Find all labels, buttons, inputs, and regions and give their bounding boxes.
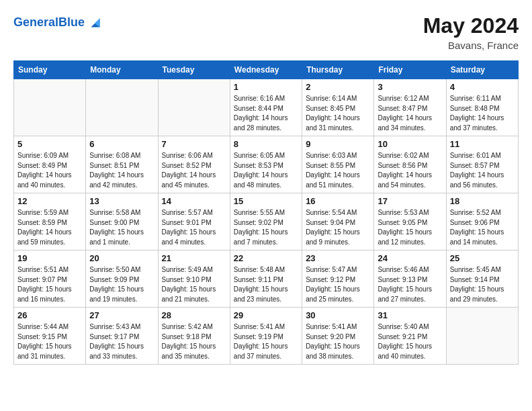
day-number: 21 bbox=[162, 253, 226, 263]
logo-text: GeneralBlue bbox=[13, 16, 85, 30]
day-info: Sunrise: 6:14 AMSunset: 8:45 PMDaylight:… bbox=[306, 94, 370, 133]
calendar-table: SundayMondayTuesdayWednesdayThursdayFrid… bbox=[13, 60, 519, 365]
day-number: 3 bbox=[378, 82, 442, 92]
calendar-header-row: SundayMondayTuesdayWednesdayThursdayFrid… bbox=[14, 61, 519, 79]
day-info: Sunrise: 6:11 AMSunset: 8:48 PMDaylight:… bbox=[450, 94, 515, 133]
calendar-cell: 5Sunrise: 6:09 AMSunset: 8:49 PMDaylight… bbox=[14, 136, 86, 193]
day-number: 6 bbox=[89, 139, 154, 149]
day-number: 22 bbox=[234, 253, 298, 263]
calendar-cell: 30Sunrise: 5:41 AMSunset: 9:20 PMDayligh… bbox=[302, 308, 374, 365]
calendar-cell: 20Sunrise: 5:50 AMSunset: 9:09 PMDayligh… bbox=[86, 250, 158, 308]
title-block: May 2024 Bavans, France bbox=[423, 13, 519, 51]
day-info: Sunrise: 5:53 AMSunset: 9:05 PMDaylight:… bbox=[378, 208, 442, 247]
day-number: 7 bbox=[162, 139, 226, 149]
calendar-cell: 18Sunrise: 5:52 AMSunset: 9:06 PMDayligh… bbox=[446, 193, 518, 250]
day-number: 29 bbox=[234, 310, 298, 320]
calendar-week-row: 1Sunrise: 6:16 AMSunset: 8:44 PMDaylight… bbox=[14, 79, 519, 136]
day-number: 28 bbox=[162, 310, 226, 320]
calendar-cell: 3Sunrise: 6:12 AMSunset: 8:47 PMDaylight… bbox=[374, 79, 446, 136]
calendar-week-row: 26Sunrise: 5:44 AMSunset: 9:15 PMDayligh… bbox=[14, 308, 519, 365]
day-number: 4 bbox=[450, 82, 515, 92]
calendar-cell: 29Sunrise: 5:41 AMSunset: 9:19 PMDayligh… bbox=[230, 308, 302, 365]
day-info: Sunrise: 6:02 AMSunset: 8:56 PMDaylight:… bbox=[378, 151, 442, 190]
calendar-cell: 9Sunrise: 6:03 AMSunset: 8:55 PMDaylight… bbox=[302, 136, 374, 193]
calendar-cell bbox=[86, 79, 158, 136]
day-info: Sunrise: 5:40 AMSunset: 9:21 PMDaylight:… bbox=[378, 322, 442, 361]
day-number: 9 bbox=[306, 139, 370, 149]
day-number: 27 bbox=[89, 310, 154, 320]
day-info: Sunrise: 5:57 AMSunset: 9:01 PMDaylight:… bbox=[162, 208, 226, 247]
calendar-cell: 15Sunrise: 5:55 AMSunset: 9:02 PMDayligh… bbox=[230, 193, 302, 250]
day-number: 2 bbox=[306, 82, 370, 92]
logo: GeneralBlue bbox=[13, 13, 105, 32]
calendar-cell: 8Sunrise: 6:05 AMSunset: 8:53 PMDaylight… bbox=[230, 136, 302, 193]
day-number: 11 bbox=[450, 139, 515, 149]
calendar-cell bbox=[14, 79, 86, 136]
day-info: Sunrise: 6:05 AMSunset: 8:53 PMDaylight:… bbox=[234, 151, 298, 190]
calendar-cell: 2Sunrise: 6:14 AMSunset: 8:45 PMDaylight… bbox=[302, 79, 374, 136]
day-number: 14 bbox=[162, 196, 226, 206]
calendar-cell: 6Sunrise: 6:08 AMSunset: 8:51 PMDaylight… bbox=[86, 136, 158, 193]
calendar-cell: 28Sunrise: 5:42 AMSunset: 9:18 PMDayligh… bbox=[158, 308, 230, 365]
day-info: Sunrise: 5:58 AMSunset: 9:00 PMDaylight:… bbox=[89, 208, 154, 247]
day-info: Sunrise: 5:44 AMSunset: 9:15 PMDaylight:… bbox=[17, 322, 82, 361]
calendar-cell: 26Sunrise: 5:44 AMSunset: 9:15 PMDayligh… bbox=[14, 308, 86, 365]
calendar-cell: 7Sunrise: 6:06 AMSunset: 8:52 PMDaylight… bbox=[158, 136, 230, 193]
day-info: Sunrise: 5:50 AMSunset: 9:09 PMDaylight:… bbox=[89, 265, 154, 304]
day-number: 5 bbox=[17, 139, 82, 149]
day-info: Sunrise: 5:48 AMSunset: 9:11 PMDaylight:… bbox=[234, 265, 298, 304]
day-number: 15 bbox=[234, 196, 298, 206]
day-number: 12 bbox=[17, 196, 82, 206]
day-info: Sunrise: 5:52 AMSunset: 9:06 PMDaylight:… bbox=[450, 208, 515, 247]
calendar-cell: 4Sunrise: 6:11 AMSunset: 8:48 PMDaylight… bbox=[446, 79, 518, 136]
logo-icon bbox=[86, 13, 105, 32]
calendar-cell: 10Sunrise: 6:02 AMSunset: 8:56 PMDayligh… bbox=[374, 136, 446, 193]
day-info: Sunrise: 5:47 AMSunset: 9:12 PMDaylight:… bbox=[306, 265, 370, 304]
header: GeneralBlue May 2024 Bavans, France bbox=[13, 13, 519, 51]
day-number: 18 bbox=[450, 196, 515, 206]
day-info: Sunrise: 5:43 AMSunset: 9:17 PMDaylight:… bbox=[89, 322, 154, 361]
day-number: 1 bbox=[234, 82, 298, 92]
calendar-cell: 19Sunrise: 5:51 AMSunset: 9:07 PMDayligh… bbox=[14, 250, 86, 308]
day-info: Sunrise: 6:06 AMSunset: 8:52 PMDaylight:… bbox=[162, 151, 226, 190]
day-number: 31 bbox=[378, 310, 442, 320]
day-number: 23 bbox=[306, 253, 370, 263]
calendar-cell: 22Sunrise: 5:48 AMSunset: 9:11 PMDayligh… bbox=[230, 250, 302, 308]
calendar-cell bbox=[158, 79, 230, 136]
day-info: Sunrise: 5:41 AMSunset: 9:20 PMDaylight:… bbox=[306, 322, 370, 361]
day-number: 8 bbox=[234, 139, 298, 149]
day-info: Sunrise: 6:03 AMSunset: 8:55 PMDaylight:… bbox=[306, 151, 370, 190]
calendar-cell: 11Sunrise: 6:01 AMSunset: 8:57 PMDayligh… bbox=[446, 136, 518, 193]
calendar-cell bbox=[446, 308, 518, 365]
day-info: Sunrise: 5:42 AMSunset: 9:18 PMDaylight:… bbox=[162, 322, 226, 361]
day-number: 13 bbox=[89, 196, 154, 206]
col-header-sunday: Sunday bbox=[14, 61, 86, 79]
calendar-cell: 31Sunrise: 5:40 AMSunset: 9:21 PMDayligh… bbox=[374, 308, 446, 365]
day-number: 25 bbox=[450, 253, 515, 263]
day-info: Sunrise: 6:01 AMSunset: 8:57 PMDaylight:… bbox=[450, 151, 515, 190]
day-number: 10 bbox=[378, 139, 442, 149]
day-number: 19 bbox=[17, 253, 82, 263]
calendar-cell: 16Sunrise: 5:54 AMSunset: 9:04 PMDayligh… bbox=[302, 193, 374, 250]
location: Bavans, France bbox=[423, 40, 519, 51]
calendar-cell: 21Sunrise: 5:49 AMSunset: 9:10 PMDayligh… bbox=[158, 250, 230, 308]
calendar-cell: 12Sunrise: 5:59 AMSunset: 8:59 PMDayligh… bbox=[14, 193, 86, 250]
col-header-friday: Friday bbox=[374, 61, 446, 79]
day-number: 20 bbox=[89, 253, 154, 263]
day-info: Sunrise: 6:09 AMSunset: 8:49 PMDaylight:… bbox=[17, 151, 82, 190]
calendar-cell: 13Sunrise: 5:58 AMSunset: 9:00 PMDayligh… bbox=[86, 193, 158, 250]
day-number: 24 bbox=[378, 253, 442, 263]
day-info: Sunrise: 6:08 AMSunset: 8:51 PMDaylight:… bbox=[89, 151, 154, 190]
day-number: 30 bbox=[306, 310, 370, 320]
calendar-cell: 23Sunrise: 5:47 AMSunset: 9:12 PMDayligh… bbox=[302, 250, 374, 308]
col-header-thursday: Thursday bbox=[302, 61, 374, 79]
calendar-week-row: 5Sunrise: 6:09 AMSunset: 8:49 PMDaylight… bbox=[14, 136, 519, 193]
day-number: 26 bbox=[17, 310, 82, 320]
calendar-week-row: 12Sunrise: 5:59 AMSunset: 8:59 PMDayligh… bbox=[14, 193, 519, 250]
logo-general: General bbox=[13, 15, 58, 29]
month-year: May 2024 bbox=[423, 13, 519, 38]
col-header-wednesday: Wednesday bbox=[230, 61, 302, 79]
calendar-week-row: 19Sunrise: 5:51 AMSunset: 9:07 PMDayligh… bbox=[14, 250, 519, 308]
logo-blue: Blue bbox=[58, 15, 85, 29]
day-info: Sunrise: 5:41 AMSunset: 9:19 PMDaylight:… bbox=[234, 322, 298, 361]
